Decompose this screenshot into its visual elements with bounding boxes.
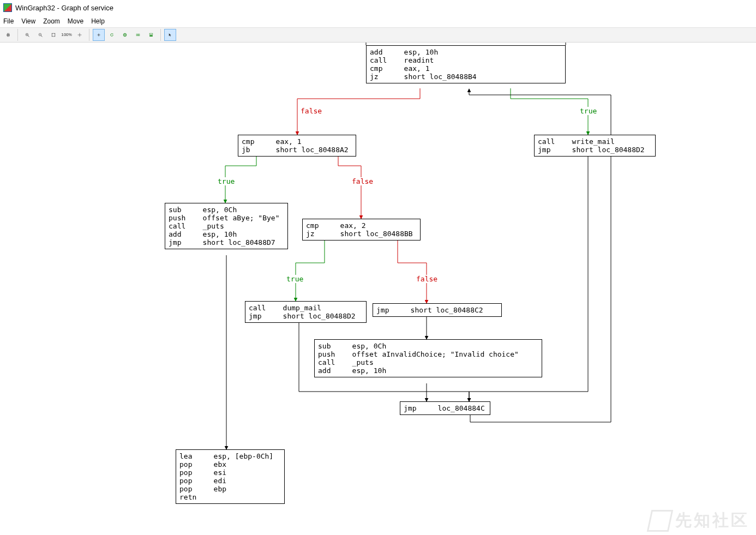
toolbar-separator — [17, 29, 18, 41]
node-jmp-loop[interactable]: jmp loc_804884C — [400, 401, 490, 415]
edge-label-false: false — [416, 275, 438, 283]
menu-zoom[interactable]: Zoom — [43, 17, 60, 25]
node-readint[interactable]: add esp, 10h call readint cmp eax, 1 jz … — [366, 45, 566, 83]
node-cmp-eax2[interactable]: cmp eax, 2 jz short loc_80488BB — [302, 219, 421, 241]
menu-help[interactable]: Help — [91, 17, 105, 25]
edge-label-false: false — [351, 177, 374, 185]
zoom-fit-button[interactable] — [47, 29, 59, 41]
zoom-100-button[interactable]: 100 % — [61, 29, 73, 41]
cursor-icon — [168, 31, 172, 39]
zoom-in-icon — [25, 31, 29, 39]
svg-point-15 — [98, 34, 99, 35]
layout-b-button[interactable] — [145, 29, 157, 41]
svg-line-4 — [28, 35, 29, 37]
crosshair-center-icon — [77, 31, 82, 39]
svg-rect-21 — [149, 33, 153, 34]
menu-view[interactable]: View — [21, 17, 35, 25]
cursor-button[interactable] — [164, 29, 176, 41]
menu-move[interactable]: Move — [68, 17, 83, 25]
toolbar-separator — [89, 29, 89, 41]
crosshair-center-button[interactable] — [74, 29, 86, 41]
print-icon — [6, 31, 10, 39]
edge-label-true: true — [217, 177, 235, 185]
node-cmp-eax1[interactable]: cmp eax, 1 jb short loc_80488A2 — [238, 135, 356, 157]
toolbar-separator — [160, 29, 161, 41]
svg-rect-22 — [149, 35, 153, 37]
node-write-mail[interactable]: call write_mail jmp short loc_80488D2 — [534, 135, 656, 157]
toolbar: 100 % — [0, 27, 756, 43]
graph-canvas[interactable]: add esp, 10h call readint cmp eax, 1 jz … — [0, 43, 756, 535]
globe-icon — [123, 31, 127, 39]
globe-button[interactable] — [119, 29, 131, 41]
print-button[interactable] — [2, 29, 14, 41]
zoom-fit-icon — [51, 31, 56, 39]
origin-button[interactable] — [93, 29, 105, 41]
title-bar: WinGraph32 - Graph of service — [0, 0, 756, 15]
node-invalid-choice[interactable]: sub esp, 0Ch push offset aInvalidChoice;… — [314, 339, 542, 377]
layout-b-icon — [149, 31, 153, 39]
refresh-button[interactable] — [106, 29, 118, 41]
layout-a-icon — [136, 31, 140, 39]
zoom-out-icon — [38, 31, 43, 39]
watermark-icon — [647, 510, 674, 532]
layout-a-button[interactable] — [132, 29, 144, 41]
edge-label-true: true — [286, 275, 304, 283]
watermark-text: 先知社区 — [675, 509, 749, 532]
svg-rect-2 — [7, 35, 9, 37]
menu-file[interactable]: File — [3, 17, 14, 25]
refresh-ccw-icon — [110, 31, 114, 39]
zoom-in-button[interactable] — [21, 29, 33, 41]
node-bye[interactable]: sub esp, 0Ch push offset aBye; "Bye" cal… — [165, 203, 288, 249]
origin-icon — [97, 31, 101, 39]
edge-label-true: true — [579, 107, 597, 115]
edges-layer — [0, 43, 756, 535]
window-title: WinGraph32 - Graph of service — [15, 4, 113, 12]
node-jmp-c2[interactable]: jmp short loc_80488C2 — [373, 303, 502, 317]
zoom-100-label: 100 — [61, 33, 68, 37]
menu-bar: File View Zoom Move Help — [0, 15, 756, 27]
svg-line-8 — [41, 35, 42, 37]
svg-rect-1 — [7, 33, 9, 34]
zoom-out-button[interactable] — [34, 29, 46, 41]
svg-rect-19 — [136, 34, 137, 35]
watermark: 先知社区 — [649, 509, 749, 532]
node-epilogue[interactable]: lea esp, [ebp-0Ch] pop ebx pop esi pop e… — [176, 449, 285, 504]
edge-label-false: false — [300, 107, 322, 115]
svg-rect-20 — [139, 34, 140, 35]
node-dump-mail[interactable]: call dump_mail jmp short loc_80488D2 — [245, 301, 367, 323]
app-icon — [3, 3, 12, 12]
